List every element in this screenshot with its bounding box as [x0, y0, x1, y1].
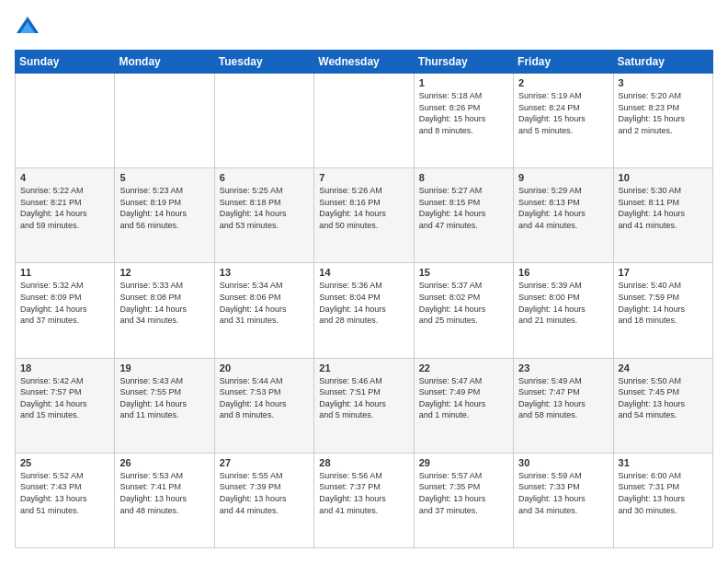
day-number: 24 — [619, 362, 708, 373]
day-cell-9: 9Sunrise: 5:29 AM Sunset: 8:13 PM Daylig… — [514, 168, 613, 263]
day-cell-10: 10Sunrise: 5:30 AM Sunset: 8:11 PM Dayli… — [613, 168, 712, 263]
day-number: 26 — [119, 457, 209, 468]
week-row-2: 4Sunrise: 5:22 AM Sunset: 8:21 PM Daylig… — [16, 168, 713, 263]
week-row-4: 18Sunrise: 5:42 AM Sunset: 7:57 PM Dayli… — [16, 358, 713, 453]
day-cell-23: 23Sunrise: 5:49 AM Sunset: 7:47 PM Dayli… — [514, 358, 613, 453]
day-number: 5 — [119, 172, 209, 183]
day-cell-14: 14Sunrise: 5:36 AM Sunset: 8:04 PM Dayli… — [314, 263, 414, 358]
week-row-5: 25Sunrise: 5:52 AM Sunset: 7:43 PM Dayli… — [16, 453, 713, 547]
page: SundayMondayTuesdayWednesdayThursdayFrid… — [0, 0, 728, 563]
day-cell-20: 20Sunrise: 5:44 AM Sunset: 7:53 PM Dayli… — [214, 358, 313, 453]
week-row-3: 11Sunrise: 5:32 AM Sunset: 8:09 PM Dayli… — [16, 263, 713, 358]
day-number: 15 — [419, 267, 508, 278]
weekday-header-row: SundayMondayTuesdayWednesdayThursdayFrid… — [16, 51, 713, 74]
day-number: 1 — [419, 77, 508, 88]
day-cell-5: 5Sunrise: 5:23 AM Sunset: 8:19 PM Daylig… — [115, 168, 214, 263]
day-cell-2: 2Sunrise: 5:19 AM Sunset: 8:24 PM Daylig… — [514, 74, 613, 168]
day-cell-25: 25Sunrise: 5:52 AM Sunset: 7:43 PM Dayli… — [16, 453, 115, 547]
day-info: Sunrise: 5:57 AM Sunset: 7:35 PM Dayligh… — [419, 470, 508, 516]
day-number: 6 — [220, 172, 309, 183]
day-info: Sunrise: 5:29 AM Sunset: 8:13 PM Dayligh… — [518, 185, 608, 231]
day-number: 16 — [518, 267, 608, 278]
day-number: 13 — [220, 267, 309, 278]
day-info: Sunrise: 5:36 AM Sunset: 8:04 PM Dayligh… — [319, 280, 408, 326]
day-info: Sunrise: 5:49 AM Sunset: 7:47 PM Dayligh… — [518, 375, 608, 421]
empty-cell — [115, 74, 214, 168]
day-info: Sunrise: 5:18 AM Sunset: 8:26 PM Dayligh… — [419, 90, 508, 136]
day-info: Sunrise: 5:26 AM Sunset: 8:16 PM Dayligh… — [319, 185, 408, 231]
day-number: 8 — [419, 172, 508, 183]
day-info: Sunrise: 5:25 AM Sunset: 8:18 PM Dayligh… — [220, 185, 309, 231]
day-number: 22 — [419, 362, 508, 373]
day-number: 23 — [518, 362, 608, 373]
day-cell-22: 22Sunrise: 5:47 AM Sunset: 7:49 PM Dayli… — [414, 358, 513, 453]
day-cell-21: 21Sunrise: 5:46 AM Sunset: 7:51 PM Dayli… — [314, 358, 414, 453]
day-info: Sunrise: 5:43 AM Sunset: 7:55 PM Dayligh… — [119, 375, 209, 421]
calendar-table: SundayMondayTuesdayWednesdayThursdayFrid… — [15, 50, 713, 548]
day-info: Sunrise: 6:00 AM Sunset: 7:31 PM Dayligh… — [619, 470, 708, 516]
day-info: Sunrise: 5:59 AM Sunset: 7:33 PM Dayligh… — [518, 470, 608, 516]
weekday-thursday: Thursday — [414, 51, 513, 74]
day-info: Sunrise: 5:42 AM Sunset: 7:57 PM Dayligh… — [20, 375, 109, 421]
day-cell-1: 1Sunrise: 5:18 AM Sunset: 8:26 PM Daylig… — [414, 74, 513, 168]
day-number: 17 — [619, 267, 708, 278]
day-info: Sunrise: 5:32 AM Sunset: 8:09 PM Dayligh… — [20, 280, 109, 326]
day-cell-31: 31Sunrise: 6:00 AM Sunset: 7:31 PM Dayli… — [613, 453, 712, 547]
logo — [15, 15, 44, 40]
day-number: 28 — [319, 457, 408, 468]
empty-cell — [214, 74, 313, 168]
day-info: Sunrise: 5:47 AM Sunset: 7:49 PM Dayligh… — [419, 375, 508, 421]
day-number: 14 — [319, 267, 408, 278]
day-number: 4 — [20, 172, 109, 183]
day-info: Sunrise: 5:27 AM Sunset: 8:15 PM Dayligh… — [419, 185, 508, 231]
day-info: Sunrise: 5:22 AM Sunset: 8:21 PM Dayligh… — [20, 185, 109, 231]
day-number: 19 — [119, 362, 209, 373]
day-info: Sunrise: 5:55 AM Sunset: 7:39 PM Dayligh… — [220, 470, 309, 516]
day-number: 18 — [20, 362, 109, 373]
day-cell-4: 4Sunrise: 5:22 AM Sunset: 8:21 PM Daylig… — [16, 168, 115, 263]
day-number: 20 — [220, 362, 309, 373]
day-cell-26: 26Sunrise: 5:53 AM Sunset: 7:41 PM Dayli… — [115, 453, 214, 547]
day-cell-7: 7Sunrise: 5:26 AM Sunset: 8:16 PM Daylig… — [314, 168, 414, 263]
day-number: 3 — [619, 77, 708, 88]
day-info: Sunrise: 5:52 AM Sunset: 7:43 PM Dayligh… — [20, 470, 109, 516]
day-info: Sunrise: 5:39 AM Sunset: 8:00 PM Dayligh… — [518, 280, 608, 326]
day-info: Sunrise: 5:44 AM Sunset: 7:53 PM Dayligh… — [220, 375, 309, 421]
day-number: 12 — [119, 267, 209, 278]
day-number: 9 — [518, 172, 608, 183]
day-cell-18: 18Sunrise: 5:42 AM Sunset: 7:57 PM Dayli… — [16, 358, 115, 453]
day-number: 21 — [319, 362, 408, 373]
day-info: Sunrise: 5:20 AM Sunset: 8:23 PM Dayligh… — [619, 90, 708, 136]
day-number: 7 — [319, 172, 408, 183]
empty-cell — [314, 74, 414, 168]
day-info: Sunrise: 5:46 AM Sunset: 7:51 PM Dayligh… — [319, 375, 408, 421]
day-info: Sunrise: 5:40 AM Sunset: 7:59 PM Dayligh… — [619, 280, 708, 326]
weekday-saturday: Saturday — [613, 51, 712, 74]
day-number: 25 — [20, 457, 109, 468]
day-number: 2 — [518, 77, 608, 88]
day-cell-15: 15Sunrise: 5:37 AM Sunset: 8:02 PM Dayli… — [414, 263, 513, 358]
day-cell-6: 6Sunrise: 5:25 AM Sunset: 8:18 PM Daylig… — [214, 168, 313, 263]
day-cell-29: 29Sunrise: 5:57 AM Sunset: 7:35 PM Dayli… — [414, 453, 513, 547]
day-number: 31 — [619, 457, 708, 468]
day-cell-24: 24Sunrise: 5:50 AM Sunset: 7:45 PM Dayli… — [613, 358, 712, 453]
day-info: Sunrise: 5:23 AM Sunset: 8:19 PM Dayligh… — [119, 185, 209, 231]
day-cell-13: 13Sunrise: 5:34 AM Sunset: 8:06 PM Dayli… — [214, 263, 313, 358]
day-number: 30 — [518, 457, 608, 468]
day-info: Sunrise: 5:56 AM Sunset: 7:37 PM Dayligh… — [319, 470, 408, 516]
day-cell-30: 30Sunrise: 5:59 AM Sunset: 7:33 PM Dayli… — [514, 453, 613, 547]
weekday-friday: Friday — [514, 51, 613, 74]
weekday-monday: Monday — [115, 51, 214, 74]
weekday-sunday: Sunday — [16, 51, 115, 74]
day-cell-3: 3Sunrise: 5:20 AM Sunset: 8:23 PM Daylig… — [613, 74, 712, 168]
day-info: Sunrise: 5:37 AM Sunset: 8:02 PM Dayligh… — [419, 280, 508, 326]
day-cell-12: 12Sunrise: 5:33 AM Sunset: 8:08 PM Dayli… — [115, 263, 214, 358]
day-number: 29 — [419, 457, 508, 468]
day-info: Sunrise: 5:30 AM Sunset: 8:11 PM Dayligh… — [619, 185, 708, 231]
logo-icon — [15, 15, 40, 40]
day-cell-28: 28Sunrise: 5:56 AM Sunset: 7:37 PM Dayli… — [314, 453, 414, 547]
day-cell-8: 8Sunrise: 5:27 AM Sunset: 8:15 PM Daylig… — [414, 168, 513, 263]
day-info: Sunrise: 5:34 AM Sunset: 8:06 PM Dayligh… — [220, 280, 309, 326]
header — [15, 15, 713, 40]
day-info: Sunrise: 5:50 AM Sunset: 7:45 PM Dayligh… — [619, 375, 708, 421]
